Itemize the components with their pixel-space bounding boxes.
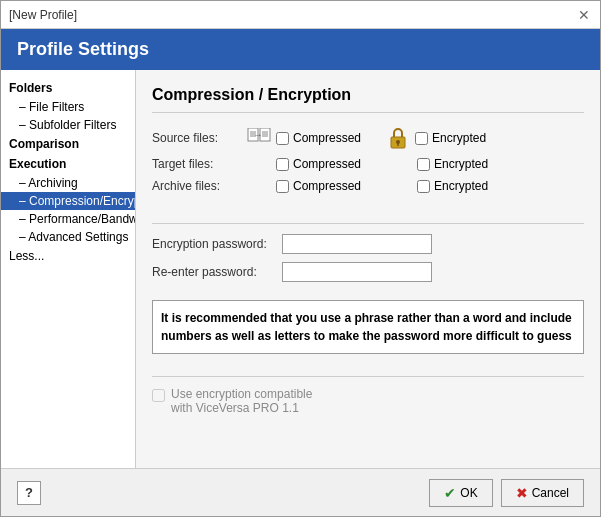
archive-encrypted-checkbox[interactable] bbox=[417, 180, 430, 193]
encryption-password-row: Encryption password: bbox=[152, 234, 584, 254]
cancel-icon: ✖ bbox=[516, 485, 528, 501]
footer: ? ✔ OK ✖ Cancel bbox=[1, 468, 600, 516]
encryption-password-input[interactable] bbox=[282, 234, 432, 254]
sidebar-item-advanced-settings[interactable]: – Advanced Settings bbox=[1, 228, 135, 246]
target-compressed-group: Compressed bbox=[276, 157, 361, 171]
password-section: Encryption password: Re-enter password: bbox=[152, 234, 584, 290]
file-rows: Source files: → bbox=[152, 127, 584, 201]
target-compressed-checkbox[interactable] bbox=[276, 158, 289, 171]
ok-label: OK bbox=[460, 486, 477, 500]
target-files-row: Target files: Compressed Encrypted bbox=[152, 157, 584, 171]
reenter-password-input[interactable] bbox=[282, 262, 432, 282]
reenter-password-row: Re-enter password: bbox=[152, 262, 584, 282]
source-compressed-group: Compressed bbox=[276, 131, 361, 145]
archive-compressed-label: Compressed bbox=[293, 179, 361, 193]
sidebar-item-compression-encryption[interactable]: – Compression/Encryption bbox=[1, 192, 135, 210]
main-window: [New Profile] ✕ Profile Settings Folders… bbox=[0, 0, 601, 517]
archive-files-label: Archive files: bbox=[152, 179, 242, 193]
header-bar: Profile Settings bbox=[1, 29, 600, 70]
encryption-password-label: Encryption password: bbox=[152, 237, 282, 251]
content-area: Folders – File Filters – Subfolder Filte… bbox=[1, 70, 600, 468]
compat-checkbox[interactable] bbox=[152, 389, 165, 402]
cancel-label: Cancel bbox=[532, 486, 569, 500]
ok-button[interactable]: ✔ OK bbox=[429, 479, 492, 507]
reenter-password-label: Re-enter password: bbox=[152, 265, 282, 279]
close-button[interactable]: ✕ bbox=[576, 7, 592, 23]
target-encrypted-checkbox[interactable] bbox=[417, 158, 430, 171]
info-box: It is recommended that you use a phrase … bbox=[152, 300, 584, 354]
title-bar: [New Profile] ✕ bbox=[1, 1, 600, 29]
archive-compressed-checkbox[interactable] bbox=[276, 180, 289, 193]
source-encrypted-checkbox[interactable] bbox=[415, 132, 428, 145]
archive-files-row: Archive files: Compressed Encrypted bbox=[152, 179, 584, 193]
target-compressed-label: Compressed bbox=[293, 157, 361, 171]
source-encrypted-label: Encrypted bbox=[432, 131, 486, 145]
lock-icon-area bbox=[381, 127, 415, 149]
footer-left: ? bbox=[17, 481, 41, 505]
source-files-row: Source files: → bbox=[152, 127, 584, 149]
sidebar-item-subfolder-filters[interactable]: – Subfolder Filters bbox=[1, 116, 135, 134]
main-title: Compression / Encryption bbox=[152, 86, 584, 113]
sidebar-item-archiving[interactable]: – Archiving bbox=[1, 174, 135, 192]
source-encrypted-group: Encrypted bbox=[415, 131, 486, 145]
separator-2 bbox=[152, 376, 584, 377]
separator-1 bbox=[152, 223, 584, 224]
source-files-label: Source files: bbox=[152, 131, 242, 145]
source-compressed-checkbox[interactable] bbox=[276, 132, 289, 145]
sidebar-less[interactable]: Less... bbox=[1, 246, 135, 266]
sidebar-item-performance-bandwidth[interactable]: – Performance/Bandwidth bbox=[1, 210, 135, 228]
target-encrypted-group: Encrypted bbox=[417, 157, 488, 171]
target-encrypted-label: Encrypted bbox=[434, 157, 488, 171]
header-title: Profile Settings bbox=[17, 39, 149, 59]
archive-compressed-group: Compressed bbox=[276, 179, 361, 193]
compat-section: Use encryption compatiblewith ViceVersa … bbox=[152, 387, 584, 415]
cancel-button[interactable]: ✖ Cancel bbox=[501, 479, 584, 507]
source-files-icon-area: → bbox=[242, 128, 276, 148]
target-files-label: Target files: bbox=[152, 157, 242, 171]
help-button[interactable]: ? bbox=[17, 481, 41, 505]
document-lines-icon: → bbox=[247, 128, 271, 148]
ok-icon: ✔ bbox=[444, 485, 456, 501]
archive-encrypted-group: Encrypted bbox=[417, 179, 488, 193]
sidebar-section-execution: Execution bbox=[1, 154, 135, 174]
archive-encrypted-label: Encrypted bbox=[434, 179, 488, 193]
sidebar-section-folders: Folders bbox=[1, 78, 135, 98]
window-title: [New Profile] bbox=[9, 8, 77, 22]
sidebar: Folders – File Filters – Subfolder Filte… bbox=[1, 70, 136, 468]
sidebar-section-comparison: Comparison bbox=[1, 134, 135, 154]
footer-right: ✔ OK ✖ Cancel bbox=[429, 479, 584, 507]
compat-label: Use encryption compatiblewith ViceVersa … bbox=[171, 387, 312, 415]
sidebar-item-file-filters[interactable]: – File Filters bbox=[1, 98, 135, 116]
svg-text:→: → bbox=[254, 130, 263, 140]
lock-icon bbox=[388, 127, 408, 149]
main-panel: Compression / Encryption Source files: bbox=[136, 70, 600, 468]
source-compressed-label: Compressed bbox=[293, 131, 361, 145]
